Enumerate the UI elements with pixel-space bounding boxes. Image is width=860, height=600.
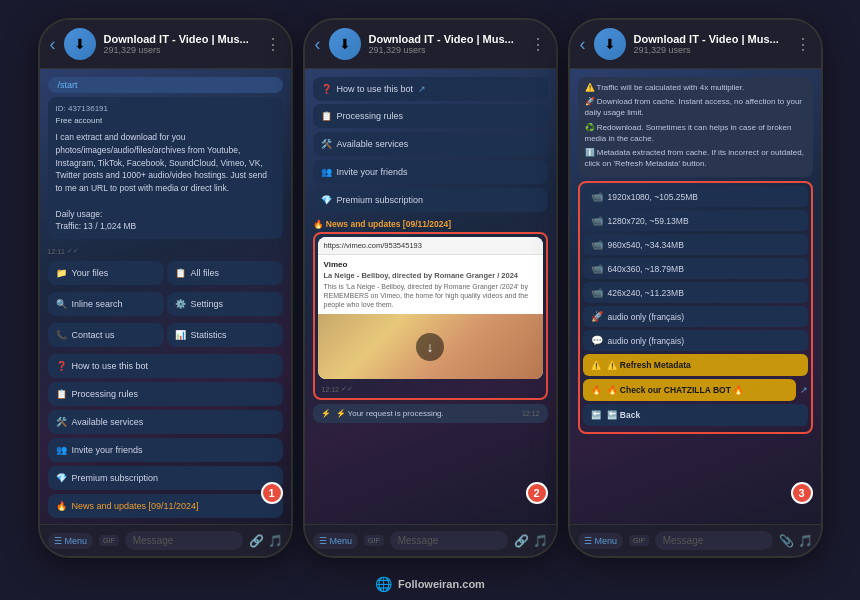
refresh-metadata-btn[interactable]: ⚠️ ⚠️ Refresh Metadata: [583, 354, 808, 376]
back-button-1[interactable]: ‹: [50, 34, 56, 55]
bot-avatar-2: ⬇: [329, 28, 361, 60]
inline-search-button[interactable]: 🔍 Inline search: [48, 292, 164, 316]
hamburger-icon-1: ☰: [54, 536, 62, 546]
warnings-block: ⚠️ Traffic will be calculated with 4x mu…: [578, 77, 813, 177]
res-360p[interactable]: 📹 640x360, ~18.79MB: [583, 258, 808, 279]
daily-usage-value: Traffic: 13 / 1,024 MB: [56, 220, 275, 233]
attachment-icon-1[interactable]: 🔗: [249, 534, 264, 548]
expand-icon[interactable]: ↗: [800, 385, 808, 395]
invite-button-2[interactable]: 👥 Invite your friends: [313, 160, 548, 184]
phone3-header: ‹ ⬇ Download IT - Video | Mus... 291,329…: [570, 20, 821, 69]
message-input-2[interactable]: Message: [390, 531, 508, 550]
mic-icon-2[interactable]: 🎵: [533, 534, 548, 548]
services-button-1[interactable]: 🛠️ Available services: [48, 410, 283, 434]
id-card: ID: 437136191 Free account I can extract…: [48, 97, 283, 239]
attachment-icon-2[interactable]: 🔗: [514, 534, 529, 548]
bottom-bar-1: ☰ Menu GIF Message 🔗 🎵: [40, 524, 291, 556]
gif-btn-2[interactable]: GIF: [364, 535, 384, 546]
howto-label-2: How to use this bot: [337, 84, 414, 94]
header-title-1: Download IT - Video | Mus...: [104, 33, 257, 45]
services-label-1: Available services: [72, 417, 144, 427]
settings-button[interactable]: ⚙️ Settings: [167, 292, 283, 316]
res-720p[interactable]: 📹 1280x720, ~59.13MB: [583, 210, 808, 231]
audio-icon-2: 💬: [591, 335, 603, 346]
more-options-3[interactable]: ⋮: [795, 35, 811, 54]
premium-label-2: Premium subscription: [337, 195, 424, 205]
attachment-icon-3[interactable]: 📎: [779, 534, 794, 548]
message-input-3[interactable]: Message: [655, 531, 773, 550]
premium-button-1[interactable]: 💎 Premium subscription: [48, 466, 283, 490]
download-play-btn[interactable]: ↓: [416, 333, 444, 361]
audio-2-btn[interactable]: 💬 audio only (français): [583, 330, 808, 351]
bot-description: I can extract and download for you photo…: [56, 131, 275, 195]
your-files-label: Your files: [72, 268, 109, 278]
audio-1-btn[interactable]: 🚀 audio only (français): [583, 306, 808, 327]
phone1-header: ‹ ⬇ Download IT - Video | Mus... 291,329…: [40, 20, 291, 69]
statistics-button[interactable]: 📊 Statistics: [167, 323, 283, 347]
howto-button-1[interactable]: ❓ How to use this bot: [48, 354, 283, 378]
gif-btn-1[interactable]: GIF: [99, 535, 119, 546]
contact-icon: 📞: [56, 330, 67, 340]
fire-icon-chat: 🔥: [591, 385, 602, 395]
chatzilla-btn[interactable]: 🔥 🔥 Check our CHATZILLA BOT 🔥: [583, 379, 796, 401]
audio-label-2: audio only (français): [608, 336, 685, 346]
warning-4: ℹ️ Metadata extracted from cache. If its…: [585, 147, 806, 169]
howto-icon-1: ❓: [56, 361, 67, 371]
message-input-1[interactable]: Message: [125, 531, 243, 550]
warning-1: ⚠️ Traffic will be calculated with 4x mu…: [585, 82, 806, 93]
all-files-button[interactable]: 📋 All files: [167, 261, 283, 285]
contact-label: Contact us: [72, 330, 115, 340]
res-label-360: 640x360, ~18.79MB: [608, 264, 684, 274]
res-540p[interactable]: 📹 960x540, ~34.34MB: [583, 234, 808, 255]
header-subtitle-3: 291,329 users: [634, 45, 787, 55]
bubble-time-1: 12:11 ✓✓: [48, 247, 80, 255]
url-card-time: 12:12 ✓✓: [318, 383, 543, 395]
footer-text: Followeiran.com: [398, 578, 485, 590]
more-options-2[interactable]: ⋮: [530, 35, 546, 54]
invite-button-1[interactable]: 👥 Invite your friends: [48, 438, 283, 462]
mic-icon-3[interactable]: 🎵: [798, 534, 813, 548]
hamburger-icon-2: ☰: [319, 536, 327, 546]
back-button-3[interactable]: ‹: [580, 34, 586, 55]
chatzilla-label: 🔥 Check our CHATZILLA BOT 🔥: [607, 385, 745, 395]
video-icon-240: 📹: [591, 287, 603, 298]
statistics-label: Statistics: [191, 330, 227, 340]
emoji-icon-1[interactable]: 🎵: [268, 534, 283, 548]
header-info-3: Download IT - Video | Mus... 291,329 use…: [634, 33, 787, 55]
premium-button-2[interactable]: 💎 Premium subscription: [313, 188, 548, 212]
footer: 🌐 Followeiran.com: [375, 576, 485, 592]
phone-2: ‹ ⬇ Download IT - Video | Mus... 291,329…: [303, 18, 558, 558]
news-header-2: 🔥 News and updates [09/11/2024]: [313, 216, 548, 232]
audio-icon-1: 🚀: [591, 311, 603, 322]
res-label-240: 426x240, ~11.23MB: [608, 288, 684, 298]
processing-time: 12:12: [522, 410, 540, 417]
howto-button-2[interactable]: ❓ How to use this bot ↗: [313, 77, 548, 101]
refresh-label: ⚠️ Refresh Metadata: [607, 360, 691, 370]
chat-bg-2: ❓ How to use this bot ↗ 📋 Processing rul…: [305, 69, 556, 524]
menu-label-1[interactable]: ☰ Menu: [48, 533, 94, 549]
res-1080p[interactable]: 📹 1920x1080, ~105.25MB: [583, 186, 808, 207]
video-icon-360: 📹: [591, 263, 603, 274]
res-label-1080: 1920x1080, ~105.25MB: [608, 192, 699, 202]
services-button-2[interactable]: 🛠️ Available services: [313, 132, 548, 156]
rules-button-2[interactable]: 📋 Processing rules: [313, 104, 548, 128]
news-button-1[interactable]: 🔥 News and updates [09/11/2024]: [48, 494, 283, 518]
allfiles-icon: 📋: [175, 268, 186, 278]
back-label-3: 🔙 Back: [607, 410, 641, 420]
rules-button-1[interactable]: 📋 Processing rules: [48, 382, 283, 406]
account-type: Free account: [56, 115, 275, 127]
back-button-2[interactable]: ‹: [315, 34, 321, 55]
all-files-label: All files: [191, 268, 220, 278]
premium-label-1: Premium subscription: [72, 473, 159, 483]
menu-label-3[interactable]: ☰ Menu: [578, 533, 624, 549]
back-btn-3[interactable]: 🔙 🔙 Back: [583, 404, 808, 426]
badge-1: 1: [261, 482, 283, 504]
invite-label-1: Invite your friends: [72, 445, 143, 455]
menu-label-2[interactable]: ☰ Menu: [313, 533, 359, 549]
gif-btn-3[interactable]: GIF: [629, 535, 649, 546]
res-240p[interactable]: 📹 426x240, ~11.23MB: [583, 282, 808, 303]
contact-button[interactable]: 📞 Contact us: [48, 323, 164, 347]
chat-scroll-1: /start ID: 437136191 Free account I can …: [40, 69, 291, 524]
more-options-1[interactable]: ⋮: [265, 35, 281, 54]
files-button[interactable]: 📁 Your files: [48, 261, 164, 285]
